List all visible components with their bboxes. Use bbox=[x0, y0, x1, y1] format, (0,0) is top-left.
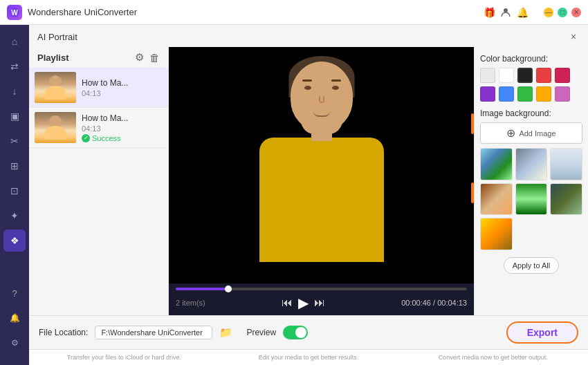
promo-text-3: Convert media now to get better output. bbox=[407, 354, 578, 361]
color-swatch-2[interactable] bbox=[517, 68, 533, 83]
progress-bar[interactable] bbox=[176, 288, 467, 290]
add-image-button[interactable]: ⊕ Add Image bbox=[480, 122, 582, 144]
image-grid bbox=[480, 148, 582, 250]
color-palette bbox=[480, 68, 582, 102]
export-button[interactable]: Export bbox=[506, 321, 578, 344]
next-button[interactable]: ⏭ bbox=[314, 297, 325, 309]
success-dot-icon: ✓ bbox=[82, 134, 90, 142]
playlist-item-name-1: How to Ma... bbox=[82, 78, 163, 88]
folder-icon[interactable]: 📁 bbox=[219, 326, 232, 339]
items-count-label: 2 item(s) bbox=[176, 299, 205, 307]
color-bg-label: Color background: bbox=[480, 54, 582, 64]
progress-handle[interactable] bbox=[225, 286, 232, 292]
status-success-label: Success bbox=[92, 134, 121, 142]
video-area bbox=[169, 47, 474, 283]
progress-fill bbox=[176, 288, 228, 290]
color-swatch-7[interactable] bbox=[517, 86, 533, 102]
app-title: Wondershare UniConverter bbox=[28, 7, 483, 17]
playlist-settings-icon[interactable]: ⚙ bbox=[135, 51, 144, 64]
playlist-item-duration-2: 04:13 bbox=[82, 124, 163, 133]
panel-title: AI Portrait bbox=[37, 32, 77, 42]
sidebar-item-download[interactable]: ↓ bbox=[3, 80, 26, 102]
gift-icon[interactable]: 🎁 bbox=[483, 6, 495, 19]
color-swatch-3[interactable] bbox=[536, 68, 551, 83]
bottom-promo: Transfer your files to iCloud or hard dr… bbox=[29, 349, 588, 365]
bottom-bar: File Location: 📁 Preview Export bbox=[29, 315, 588, 349]
image-thumb-2[interactable] bbox=[515, 148, 548, 180]
image-thumb-3[interactable] bbox=[550, 148, 582, 180]
content-area: AI Portrait × Playlist ⚙ 🗑 bbox=[29, 25, 588, 365]
maximize-button[interactable]: □ bbox=[558, 8, 567, 17]
minimize-button[interactable]: — bbox=[544, 8, 553, 17]
left-panel: Playlist ⚙ 🗑 How t bbox=[29, 47, 169, 315]
panel-header: AI Portrait × bbox=[29, 25, 588, 47]
video-head bbox=[291, 62, 353, 131]
sidebar-item-effects[interactable]: ✦ bbox=[3, 205, 26, 227]
playlist-header: Playlist ⚙ 🗑 bbox=[29, 47, 168, 68]
playlist-actions: ⚙ 🗑 bbox=[135, 51, 160, 64]
color-swatch-8[interactable] bbox=[536, 86, 551, 102]
image-thumb-6[interactable] bbox=[550, 183, 582, 216]
apply-to-all-button[interactable]: Apply to All bbox=[504, 257, 559, 274]
sidebar: ⌂ ⇄ ↓ ▣ ✂ ⊞ ⊡ ✦ ❖ ? 🔔 ⚙ bbox=[0, 25, 29, 365]
previous-button[interactable]: ⏮ bbox=[282, 297, 293, 309]
right-panel: Color background: bbox=[474, 47, 588, 315]
preview-toggle[interactable] bbox=[283, 326, 308, 339]
color-swatch-0[interactable] bbox=[480, 68, 495, 83]
playlist-delete-icon[interactable]: 🗑 bbox=[149, 52, 160, 64]
image-thumb-5[interactable] bbox=[515, 183, 548, 216]
add-image-label: Add Image bbox=[519, 129, 555, 138]
sidebar-item-cut[interactable]: ✂ bbox=[3, 130, 26, 152]
sidebar-item-notifications[interactable]: 🔔 bbox=[3, 307, 26, 329]
inner-layout: Playlist ⚙ 🗑 How t bbox=[29, 47, 588, 315]
sidebar-item-compress[interactable]: ⊡ bbox=[3, 180, 26, 202]
image-thumb-7[interactable] bbox=[480, 218, 513, 250]
svg-point-2 bbox=[504, 8, 508, 12]
color-swatch-9[interactable] bbox=[555, 86, 570, 102]
file-location-input[interactable] bbox=[95, 326, 212, 339]
playlist-thumb-2 bbox=[35, 112, 76, 143]
preview-label: Preview bbox=[246, 328, 276, 337]
playlist-info-1: How to Ma... 04:13 bbox=[82, 78, 163, 97]
image-bg-section: Image background: ⊕ Add Image bbox=[480, 109, 582, 250]
sidebar-item-help[interactable]: ? bbox=[3, 282, 26, 304]
sidebar-item-convert[interactable]: ⇄ bbox=[3, 55, 26, 77]
color-swatch-5[interactable] bbox=[480, 86, 495, 102]
playlist-thumb-1 bbox=[35, 72, 76, 103]
content-relative: Playlist ⚙ 🗑 How t bbox=[29, 47, 588, 315]
user-icon[interactable] bbox=[499, 6, 512, 19]
bell-icon[interactable]: 🔔 bbox=[516, 6, 529, 19]
video-person bbox=[239, 62, 405, 269]
title-bar: W Wondershare UniConverter 🎁 🔔 — □ ✕ bbox=[0, 0, 588, 25]
promo-text-1: Transfer your files to iCloud or hard dr… bbox=[39, 354, 210, 361]
image-bg-label: Image background: bbox=[480, 109, 582, 118]
color-swatch-6[interactable] bbox=[499, 86, 514, 102]
video-time-display: 00:00:46 / 00:04:13 bbox=[401, 299, 467, 307]
toggle-knob bbox=[295, 327, 306, 338]
color-swatch-1[interactable] bbox=[499, 68, 514, 83]
app-logo: W bbox=[7, 5, 22, 20]
image-thumb-4[interactable] bbox=[480, 183, 513, 216]
image-thumb-1[interactable] bbox=[480, 148, 513, 180]
sidebar-item-settings[interactable]: ⚙ bbox=[3, 332, 26, 354]
playlist-info-2: How to Ma... 04:13 ✓ Success bbox=[82, 113, 163, 142]
total-time: 00:04:13 bbox=[437, 299, 467, 307]
panel-close-button[interactable]: × bbox=[567, 30, 580, 43]
list-item[interactable]: How to Ma... 04:13 ✓ Success bbox=[29, 108, 168, 148]
playlist-item-name-2: How to Ma... bbox=[82, 113, 163, 123]
close-button[interactable]: ✕ bbox=[571, 8, 581, 17]
sidebar-item-home[interactable]: ⌂ bbox=[3, 30, 26, 53]
sidebar-item-screen[interactable]: ▣ bbox=[3, 105, 26, 127]
promo-text-2: Edit your media to get better results. bbox=[223, 354, 394, 361]
sidebar-item-grid[interactable]: ⊞ bbox=[3, 155, 26, 177]
list-item[interactable]: How to Ma... 04:13 bbox=[29, 68, 168, 108]
playlist-item-duration-1: 04:13 bbox=[82, 89, 163, 97]
current-time: 00:00:46 bbox=[401, 299, 431, 307]
video-controls: 2 item(s) ⏮ ▶ ⏭ 00:00:46 / 00:04:13 bbox=[169, 283, 474, 315]
playlist-title: Playlist bbox=[37, 53, 69, 63]
orange-indicator-top bbox=[471, 113, 474, 134]
play-button[interactable]: ▶ bbox=[298, 294, 309, 311]
sidebar-bottom: ? 🔔 ⚙ bbox=[3, 282, 26, 359]
color-swatch-4[interactable] bbox=[555, 68, 570, 83]
sidebar-item-ai[interactable]: ❖ bbox=[3, 230, 26, 252]
